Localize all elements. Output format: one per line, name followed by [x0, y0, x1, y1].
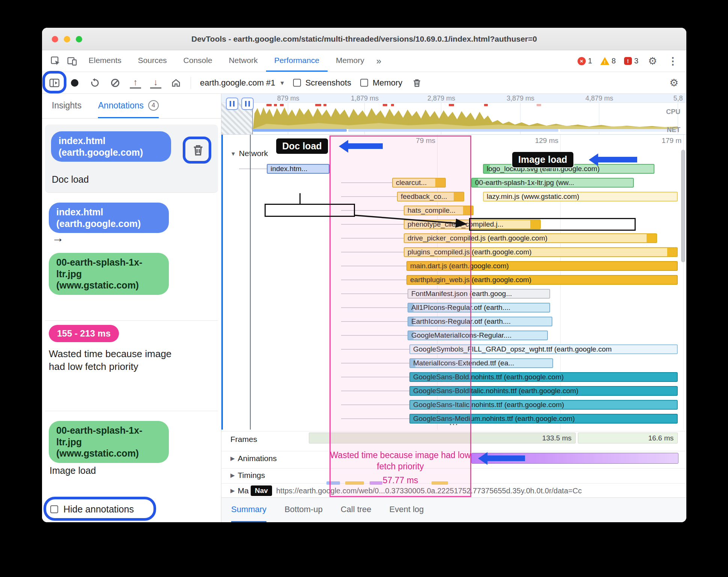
image-load-annotation-chip[interactable]: Image load — [512, 152, 573, 167]
nav-marker-chip[interactable]: Nav — [251, 485, 272, 496]
main-track-label[interactable]: ▶ Ma — [230, 486, 249, 495]
network-overview-bar — [348, 129, 558, 132]
drawer-tab[interactable]: Summary — [231, 498, 266, 522]
long-task-tick — [315, 104, 321, 106]
network-request-bar[interactable]: GoogleSans-Bold.nohints.ttf (earth.googl… — [409, 372, 678, 382]
screenshots-checkbox[interactable]: Screenshots — [293, 78, 351, 88]
checkbox-icon — [293, 79, 301, 87]
doc-load-annotation-chip[interactable]: Doc load — [276, 138, 328, 154]
target-select[interactable]: earth.google.com #1 ▾ — [200, 78, 284, 88]
clear-icon[interactable] — [110, 77, 121, 89]
inspect-icon[interactable] — [47, 50, 64, 72]
request-label: EarthIcons-Regular.otf (earth.... — [411, 317, 511, 326]
tab-annotations[interactable]: Annotations 4 — [98, 94, 158, 118]
reload-icon[interactable] — [89, 77, 101, 89]
drawer-tab[interactable]: Bottom-up — [284, 498, 323, 522]
delete-annotation-button[interactable] — [192, 143, 205, 157]
toggle-sidebar-icon[interactable] — [49, 77, 60, 89]
nav-url: https://earth.google.com/web/0...0.37330… — [276, 487, 685, 495]
settings-gear-icon[interactable]: ⚙ — [644, 55, 661, 67]
network-request-bar[interactable]: EarthIcons-Regular.otf (earth.... — [408, 317, 552, 326]
tab-insights[interactable]: Insights — [52, 94, 81, 118]
frame-duration-bar[interactable]: 16.6 ms — [578, 433, 678, 443]
network-request-bar[interactable]: feedback_co... — [397, 192, 464, 201]
upload-profile-icon[interactable]: ↑ — [130, 77, 141, 89]
frames-track-label: Frames — [230, 435, 257, 444]
frame-duration-label: 133.5 ms — [542, 434, 572, 442]
time-range-pill[interactable]: 155 - 213 ms — [49, 325, 119, 342]
request-whisker — [341, 404, 409, 405]
devtools-tab[interactable]: Sources — [130, 50, 175, 72]
timings-track-label[interactable]: ▶ Timings — [230, 471, 265, 480]
network-request-bar[interactable]: earthplugin_web.js (earth.google.com) — [406, 275, 678, 285]
device-toolbar-icon[interactable] — [64, 50, 80, 72]
annotation-pill-splash[interactable]: 00-earth-splash-1x-ltr.jpg (www.gstatic.… — [49, 253, 169, 295]
network-request-bar[interactable]: hats_compile... — [404, 206, 474, 215]
network-request-bar[interactable]: 00-earth-splash-1x-ltr.jpg (ww... — [471, 178, 634, 188]
download-profile-icon[interactable]: ↓ — [150, 77, 161, 89]
network-request-bar[interactable]: clearcut... — [392, 178, 446, 188]
memory-checkbox[interactable]: Memory — [360, 78, 402, 88]
error-badge[interactable]: × 1 — [575, 57, 594, 65]
more-rows-indicator[interactable]: ⋯ — [449, 419, 459, 430]
request-whisker — [341, 182, 392, 183]
network-request-bar[interactable]: GoogleMaterialIcons-Regular.... — [408, 331, 548, 340]
frames-track[interactable]: Frames 133.5 ms 16.6 ms — [221, 431, 686, 447]
network-waterfall[interactable]: 79 ms 129 ms 179 m ▼ Network — [221, 135, 686, 430]
pause-button[interactable] — [241, 98, 254, 110]
divider — [45, 320, 218, 321]
minimize-button[interactable] — [64, 36, 70, 42]
frame-duration-bar[interactable]: 133.5 ms — [309, 433, 576, 443]
network-track-toggle[interactable]: ▼ Network — [230, 149, 268, 158]
network-request-bar[interactable]: drive_picker_compiled.js (earth.google.c… — [404, 233, 657, 243]
devtools-body: Insights Annotations 4 index.html (earth… — [42, 94, 686, 522]
annotation-pill-splash[interactable]: 00-earth-splash-1x-ltr.jpg (www.gstatic.… — [49, 421, 169, 463]
pause-button[interactable] — [226, 98, 238, 110]
network-request-bar[interactable]: index.htm... — [267, 164, 329, 174]
devtools-tab[interactable]: Console — [175, 50, 221, 72]
network-request-bar[interactable]: GoogleSans-BoldItalic.nohints.ttf (earth… — [409, 386, 678, 396]
chip-connector — [299, 193, 301, 204]
annotation-pill-index[interactable]: index.html (earth.google.com) — [51, 131, 171, 162]
devtools-tab[interactable]: Memory — [328, 50, 373, 72]
network-request-bar[interactable]: MaterialIcons-Extended.ttf (ea... — [409, 358, 553, 368]
request-whisker — [341, 266, 406, 266]
network-request-bar[interactable]: GoogleSymbols_FILL_GRAD_opsz_wght.ttf (e… — [409, 344, 678, 354]
close-button[interactable] — [52, 36, 58, 42]
hide-annotations-checkbox[interactable]: Hide annotations — [50, 504, 134, 515]
request-label: hats_compile... — [408, 206, 456, 215]
network-request-bar[interactable]: All1PIcons-Regular.otf (earth.... — [408, 303, 550, 313]
animations-track-label[interactable]: ▶ Animations — [230, 454, 277, 463]
request-whisker — [341, 279, 406, 280]
annotation-pill-index[interactable]: index.html (earth.google.com) — [49, 203, 169, 233]
memory-label: Memory — [373, 78, 402, 88]
devtools-tab[interactable]: Performance — [266, 50, 328, 72]
network-request-bar[interactable]: FontManifest.json (earth.goog... — [408, 289, 550, 299]
network-request-bar[interactable]: lazy.min.js (www.gstatic.com) — [483, 192, 678, 201]
network-request-bar[interactable]: main.dart.js (earth.google.com) — [406, 261, 678, 271]
network-request-bar[interactable]: GoogleSans-Italic.nohints.ttf (earth.goo… — [409, 400, 678, 410]
network-request-bar[interactable]: plugins_compiled.js (earth.google.com) — [404, 247, 678, 257]
dropdown-caret-icon: ▾ — [281, 79, 284, 87]
devtools-tab[interactable]: Network — [221, 50, 266, 72]
panel-settings-gear-icon[interactable]: ⚙ — [668, 77, 680, 89]
zoom-button[interactable] — [76, 36, 82, 42]
home-icon[interactable] — [170, 77, 182, 89]
request-label: GoogleMaterialIcons-Regular.... — [411, 331, 511, 340]
collect-garbage-icon[interactable] — [411, 77, 423, 89]
more-tabs-icon[interactable]: » — [373, 50, 385, 72]
issues-badge[interactable]: ! 3 — [622, 57, 641, 65]
kebab-menu-icon[interactable]: ⋮ — [665, 55, 681, 67]
devtools-tab[interactable]: Elements — [80, 50, 130, 72]
request-label: clearcut... — [396, 179, 427, 187]
drawer-tab[interactable]: Call tree — [341, 498, 372, 522]
drawer-tab[interactable]: Event log — [390, 498, 424, 522]
frame-duration-label: 16.6 ms — [648, 434, 674, 442]
vertical-scrollbar[interactable] — [681, 150, 685, 262]
devtools-window: DevTools - earth.google.com/static/multi… — [42, 28, 686, 522]
warning-badge[interactable]: ! 8 — [598, 57, 618, 65]
record-button[interactable] — [69, 77, 80, 89]
checkbox-icon — [50, 505, 58, 513]
timeline-overview[interactable]: 879 ms 1,879 ms 2,879 ms 3,879 ms 4,879 … — [221, 94, 686, 135]
annotation-entry-doc-load[interactable]: index.html (earth.google.com) Doc load — [45, 125, 218, 193]
